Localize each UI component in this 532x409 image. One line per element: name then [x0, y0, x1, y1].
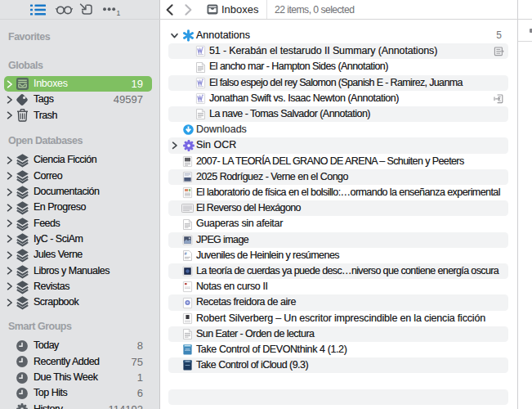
svg-text:1: 1: [117, 9, 121, 17]
svg-text:#: #: [185, 251, 187, 256]
